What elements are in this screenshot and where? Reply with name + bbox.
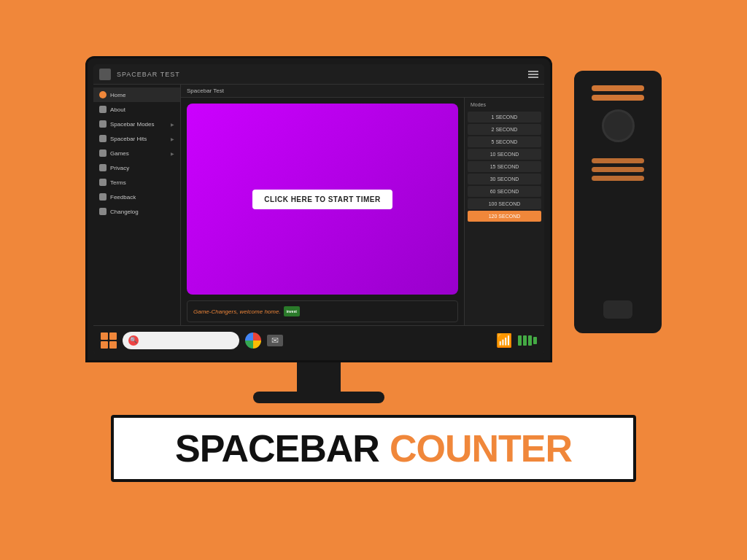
mode-30s[interactable]: 30 SECOND: [468, 174, 541, 184]
vent-2: [592, 95, 644, 101]
changelog-icon: [99, 208, 107, 215]
mode-5s[interactable]: 5 SECOND: [468, 136, 541, 147]
search-bar[interactable]: 🔍: [123, 332, 239, 349]
content-header: Spacebar Test: [181, 85, 544, 98]
mode-10s[interactable]: 10 SECOND: [468, 149, 541, 160]
home-icon: [99, 91, 107, 98]
app-logo: [99, 69, 111, 80]
battery-icon: [518, 335, 537, 346]
taskbar-right: 📶: [496, 332, 537, 349]
ad-banner: Game-Changers, welcome home. invest: [187, 300, 458, 322]
windows-logo[interactable]: [101, 332, 117, 349]
ad-logo: invest: [284, 306, 300, 316]
app-title: SPACEBAR TEST: [117, 71, 180, 78]
title-banner: SPACEBAR COUNTER: [111, 415, 636, 482]
terms-icon: [99, 179, 107, 186]
sidebar-label-terms: Terms: [110, 179, 126, 186]
chevron-right-icon-games: ▶: [171, 151, 174, 156]
main-area: Spacebar Test CLICK HERE TO START TIMER …: [181, 85, 544, 325]
feedback-icon: [99, 193, 107, 201]
menu-icon[interactable]: [528, 71, 538, 78]
sidebar-item-changelog[interactable]: Changelog: [93, 204, 180, 219]
sidebar-label-hits: Spacebar Hits: [110, 136, 147, 142]
search-icon: 🔍: [128, 335, 139, 346]
mail-icon[interactable]: ✉: [267, 335, 283, 346]
tower-bottom-vents: [592, 158, 644, 181]
sidebar-label-home: Home: [110, 92, 125, 98]
modes-panel: Modes 1 SECOND 2 SECOND 5 SECOND 10 SECO…: [464, 98, 544, 325]
sidebar-item-privacy[interactable]: Privacy: [93, 160, 180, 175]
tower-power-button[interactable]: [603, 300, 632, 319]
chevron-right-icon: ▶: [171, 122, 174, 127]
sidebar-label-privacy: Privacy: [110, 165, 129, 171]
vent-1: [592, 85, 644, 91]
games-icon: [99, 149, 107, 157]
ad-text-normal: Game-Changers,: [193, 308, 238, 315]
mode-1s[interactable]: 1 SECOND: [468, 112, 541, 122]
privacy-icon: [99, 164, 107, 171]
chrome-icon[interactable]: [245, 332, 261, 349]
tower-pc: [574, 71, 662, 333]
top-bar: SPACEBAR TEST: [93, 64, 544, 85]
title-spacebar: SPACEBAR: [175, 427, 379, 470]
battery-bar-4: [533, 337, 537, 344]
sidebar-item-hits[interactable]: Spacebar Hits ▶: [93, 131, 180, 146]
title-counter: COUNTER: [390, 427, 572, 470]
battery-bar-2: [523, 335, 527, 346]
monitor-wrapper: SPACEBAR TEST Home: [85, 56, 552, 403]
game-box: CLICK HERE TO START TIMER: [187, 104, 458, 295]
sidebar-item-about[interactable]: About: [93, 102, 180, 117]
monitor-base: [253, 392, 384, 403]
modes-icon: [99, 120, 107, 128]
vent-5: [592, 176, 644, 181]
tower-disc: [602, 109, 635, 142]
content-body: CLICK HERE TO START TIMER Game-Changers,…: [181, 98, 544, 325]
mode-120s[interactable]: 120 SECOND: [468, 211, 541, 222]
sidebar-label-feedback: Feedback: [110, 194, 136, 201]
monitor: SPACEBAR TEST Home: [85, 56, 552, 362]
sidebar-item-feedback[interactable]: Feedback: [93, 190, 180, 204]
mode-2s[interactable]: 2 SECOND: [468, 124, 541, 135]
scene: SPACEBAR TEST Home: [85, 56, 662, 403]
sidebar-item-games[interactable]: Games ▶: [93, 146, 180, 160]
modes-header: Modes: [468, 101, 541, 109]
taskbar: 🔍 ✉ 📶: [93, 325, 544, 354]
mode-15s[interactable]: 15 SECOND: [468, 161, 541, 172]
sidebar-label-games: Games: [110, 150, 129, 157]
monitor-neck: [297, 362, 341, 392]
browser-content: Home About Spacebar Modes ▶: [93, 85, 544, 325]
vent-3: [592, 158, 644, 163]
sidebar: Home About Spacebar Modes ▶: [93, 85, 181, 325]
sidebar-item-terms[interactable]: Terms: [93, 175, 180, 190]
wifi-icon: 📶: [496, 332, 512, 349]
ad-text-highlight: welcome home.: [240, 308, 281, 315]
sidebar-item-home[interactable]: Home: [93, 88, 180, 102]
sidebar-item-modes[interactable]: Spacebar Modes ▶: [93, 117, 180, 131]
start-timer-button[interactable]: CLICK HERE TO START TIMER: [252, 190, 392, 209]
screen: SPACEBAR TEST Home: [93, 64, 544, 354]
mode-60s[interactable]: 60 SECOND: [468, 186, 541, 197]
sidebar-label-about: About: [110, 106, 125, 113]
battery-bar-3: [528, 335, 532, 346]
battery-bar-1: [518, 335, 522, 346]
about-icon: [99, 106, 107, 113]
sidebar-label-modes: Spacebar Modes: [110, 121, 154, 128]
game-area: CLICK HERE TO START TIMER Game-Changers,…: [181, 98, 464, 325]
tower-top-vents: [592, 85, 644, 101]
vent-4: [592, 167, 644, 172]
mode-100s[interactable]: 100 SECOND: [468, 198, 541, 209]
ad-text: Game-Changers, welcome home.: [193, 308, 281, 315]
chevron-right-icon-hits: ▶: [171, 136, 174, 141]
sidebar-label-changelog: Changelog: [110, 209, 139, 215]
hits-icon: [99, 135, 107, 142]
